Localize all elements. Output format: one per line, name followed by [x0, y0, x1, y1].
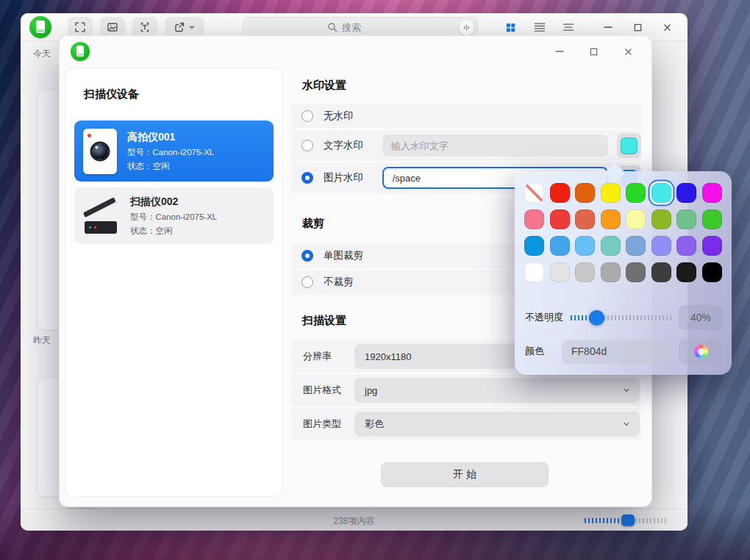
color-swatch[interactable]	[601, 236, 621, 256]
color-swatch[interactable]	[676, 183, 696, 203]
watermark-color-swatch-button[interactable]	[617, 133, 641, 158]
color-swatch[interactable]	[651, 209, 671, 229]
option-label: 不裁剪	[324, 276, 354, 289]
color-picker-popup: 不透明度 40% 颜色	[515, 171, 732, 375]
list-view-button[interactable]	[533, 21, 546, 34]
radio-unchecked[interactable]	[301, 276, 313, 288]
option-label: 文字水印	[324, 139, 371, 152]
crop-section-title: 裁剪	[302, 217, 324, 231]
hex-color-input[interactable]	[562, 340, 671, 364]
color-swatch[interactable]	[575, 236, 595, 256]
color-swatch[interactable]	[626, 183, 646, 203]
color-swatch[interactable]	[676, 209, 696, 229]
color-swatch[interactable]	[676, 262, 696, 282]
grid-view-button[interactable]	[504, 21, 517, 34]
color-swatch[interactable]	[651, 262, 671, 282]
watermark-option-text[interactable]: 文字水印	[291, 130, 641, 161]
device-card-saomiaoyi-002[interactable]: 扫描仪002 型号：Canon-i2075-XL 状态：空闲	[74, 187, 274, 244]
color-swatch[interactable]	[626, 262, 646, 282]
scanner-device-panel: 扫描仪设备 高拍仪001 型号：Canon-i2075-XL 状态：空闲 扫描仪…	[65, 68, 282, 496]
color-swatch[interactable]	[702, 183, 722, 203]
select-value: 1920x1180	[365, 351, 411, 362]
device-status: 状态：空闲	[130, 226, 217, 237]
desktop-wallpaper: 今天 昨天 238项内容 扫描仪设备	[0, 0, 750, 560]
color-label: 颜色	[525, 345, 544, 358]
color-swatch[interactable]	[651, 236, 671, 256]
radio-unchecked[interactable]	[301, 140, 313, 151]
device-panel-title: 扫描仪设备	[84, 87, 139, 101]
watermark-text-input[interactable]	[382, 134, 609, 157]
timeline-today-label: 今天	[33, 48, 51, 60]
swatch-no-color[interactable]	[524, 183, 544, 203]
color-wheel-button[interactable]	[679, 339, 723, 364]
image-button[interactable]	[100, 17, 125, 37]
color-swatch[interactable]	[550, 236, 570, 256]
opacity-label: 不透明度	[525, 311, 563, 324]
field-label: 图片格式	[303, 384, 354, 397]
text-recognition-icon	[139, 21, 151, 33]
radio-checked[interactable]	[301, 172, 313, 184]
color-swatch[interactable]	[626, 209, 646, 229]
color-swatch[interactable]	[575, 262, 595, 282]
color-row: 颜色	[525, 339, 723, 364]
scan-section-title: 扫描设置	[302, 314, 346, 328]
share-button[interactable]	[165, 17, 204, 37]
color-swatch[interactable]	[550, 183, 570, 203]
audio-bars-icon	[463, 24, 471, 32]
scan-area-button[interactable]	[68, 17, 93, 37]
color-swatch[interactable]	[575, 209, 595, 229]
color-swatch[interactable]	[550, 209, 570, 229]
chevron-down-icon	[622, 386, 631, 395]
image-icon	[107, 21, 118, 33]
main-statusbar: 238项内容	[21, 509, 688, 531]
search-input[interactable]	[342, 22, 393, 33]
dialog-maximize-button[interactable]	[576, 40, 611, 62]
color-swatch[interactable]	[702, 262, 722, 282]
watermark-section-title: 水印设置	[302, 79, 346, 93]
device-card-gaopaiyi-001[interactable]: 高拍仪001 型号：Canon-i2075-XL 状态：空闲	[74, 121, 274, 182]
color-swatch[interactable]	[702, 236, 722, 256]
device-model: 型号：Canon-i2075-XL	[127, 147, 214, 158]
color-swatch[interactable]	[626, 236, 646, 256]
color-swatch[interactable]	[524, 209, 544, 229]
text-recognition-button[interactable]	[132, 17, 157, 37]
dialog-minimize-button[interactable]	[542, 40, 576, 62]
image-type-field-row: 图片类型 彩色	[291, 408, 641, 440]
search-box[interactable]	[243, 17, 478, 37]
color-swatch[interactable]	[651, 183, 671, 203]
watermark-option-none[interactable]: 无水印	[291, 104, 641, 129]
radio-checked[interactable]	[301, 250, 313, 262]
thumbnail-zoom-slider[interactable]	[585, 518, 668, 523]
device-model: 型号：Canon-i2075-XL	[130, 212, 217, 223]
color-swatch[interactable]	[524, 236, 544, 256]
detail-view-icon	[562, 22, 574, 32]
opacity-slider-handle[interactable]	[589, 310, 604, 326]
detail-view-button[interactable]	[562, 21, 574, 34]
color-swatch[interactable]	[601, 183, 621, 203]
field-label: 分辨率	[303, 350, 354, 363]
close-button[interactable]	[652, 13, 682, 41]
timeline-yesterday-label: 昨天	[33, 334, 51, 347]
color-swatch[interactable]	[575, 183, 595, 203]
color-swatch[interactable]	[601, 262, 621, 282]
list-view-icon	[534, 22, 546, 32]
start-scan-button[interactable]: 开 始	[381, 462, 549, 487]
color-swatch[interactable]	[524, 262, 544, 282]
color-swatch[interactable]	[676, 236, 696, 256]
dialog-titlebar[interactable]	[60, 36, 651, 67]
color-swatch[interactable]	[702, 209, 722, 229]
document-camera-icon	[83, 129, 117, 174]
grid-view-icon	[505, 22, 516, 33]
flatbed-scanner-icon	[83, 195, 120, 237]
option-label: 无水印	[324, 110, 372, 123]
color-wheel-icon	[694, 345, 708, 359]
color-swatch[interactable]	[601, 209, 621, 229]
zoom-slider-handle[interactable]	[621, 514, 635, 526]
dialog-close-button[interactable]	[611, 40, 646, 62]
color-swatch[interactable]	[550, 262, 570, 282]
filter-voice-button[interactable]	[459, 20, 474, 35]
radio-unchecked[interactable]	[301, 110, 313, 122]
image-type-select[interactable]: 彩色	[354, 412, 640, 437]
image-format-select[interactable]: jpg	[354, 378, 640, 403]
opacity-slider[interactable]	[571, 315, 674, 320]
